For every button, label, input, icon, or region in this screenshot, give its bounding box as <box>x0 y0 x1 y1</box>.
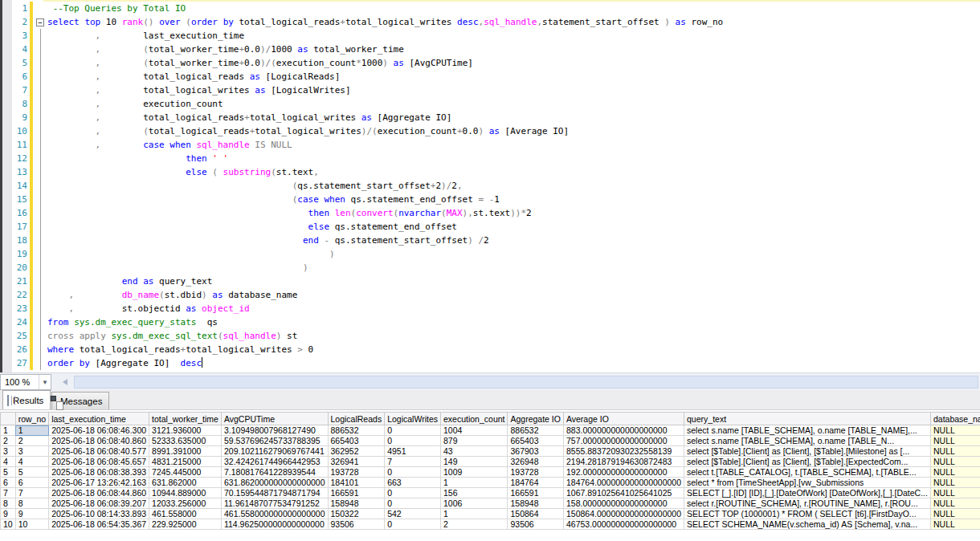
row-selector[interactable]: 5 <box>1 467 16 478</box>
grid-cell[interactable]: 166591 <box>508 488 563 498</box>
grid-cell[interactable]: 5 <box>15 467 48 478</box>
grid-cell[interactable]: 2194.281879194630872483 <box>563 457 684 467</box>
column-header-last_execution_time[interactable]: last_execution_time <box>49 413 149 425</box>
grid-cell[interactable]: NULL <box>930 478 980 488</box>
grid-cell[interactable]: 8 <box>15 498 48 509</box>
grid-cell[interactable]: 2025-06-17 13:26:42.163 <box>49 478 149 488</box>
line-number[interactable]: 15 <box>12 193 30 206</box>
code-line[interactable]: 20 ) <box>12 261 980 275</box>
code-line[interactable]: 22 , db_name(st.dbid) as database_name <box>12 288 980 302</box>
row-selector[interactable]: 10 <box>1 519 16 530</box>
column-header-Average IO[interactable]: Average IO <box>563 413 684 425</box>
line-number[interactable]: 18 <box>12 234 30 247</box>
grid-cell[interactable]: 70.159544871794871794 <box>221 488 328 498</box>
code-line[interactable]: 5 , (total_worker_time+0.0)/(execution_c… <box>12 56 980 70</box>
grid-cell[interactable]: 46753.000000000000000000 <box>563 519 684 530</box>
grid-cell[interactable]: 193728 <box>508 467 563 478</box>
grid-cell[interactable]: 326941 <box>328 457 385 467</box>
grid-cell[interactable]: 367903 <box>508 446 563 457</box>
column-header-LogicalReads[interactable]: LogicalReads <box>328 413 385 425</box>
line-number[interactable]: 8 <box>12 97 30 111</box>
row-selector[interactable]: 7 <box>1 488 16 498</box>
grid-cell[interactable]: NULL <box>930 446 980 457</box>
grid-cell[interactable]: 59.537696245733788395 <box>221 436 328 446</box>
grid-cell[interactable]: 879 <box>441 436 508 446</box>
code-line[interactable]: 6 , total_logical_reads as [LogicalReads… <box>12 70 980 83</box>
grid-cell[interactable]: 1067.891025641025641025 <box>563 488 684 498</box>
grid-cell[interactable]: NULL <box>930 498 980 509</box>
results-grid[interactable]: row_nolast_execution_timetotal_worker_ti… <box>0 410 980 541</box>
line-number[interactable]: 1 <box>12 2 30 15</box>
column-header-LogicalWrites[interactable]: LogicalWrites <box>385 413 441 425</box>
code-line[interactable]: 16 then len(convert(nvarchar(MAX),st.tex… <box>12 206 980 220</box>
grid-cell[interactable]: 1 <box>441 478 508 488</box>
grid-cell[interactable]: 3 <box>15 446 48 457</box>
column-header-Aggregate IO[interactable]: Aggregate IO <box>508 413 563 425</box>
grid-cell[interactable]: 665403 <box>328 436 385 446</box>
grid-cell[interactable]: 0 <box>385 519 441 530</box>
code-line[interactable]: 25cross apply sys.dm_exec_sql_text(sql_h… <box>12 329 980 343</box>
line-number[interactable]: 5 <box>12 56 30 70</box>
line-number[interactable]: 20 <box>12 261 30 275</box>
line-number[interactable]: 7 <box>12 83 30 97</box>
grid-cell[interactable]: 663 <box>385 478 441 488</box>
grid-cell[interactable]: 32.424261744966442953 <box>221 457 328 467</box>
grid-cell[interactable]: 2 <box>15 436 48 446</box>
column-header-total_worker_time[interactable]: total_worker_time <box>149 413 222 425</box>
grid-cell[interactable]: 542 <box>385 509 441 519</box>
grid-cell[interactable]: 0 <box>385 436 441 446</box>
code-line[interactable]: 12 then ' ' <box>12 152 980 165</box>
code-line[interactable]: 21 end as query_text <box>12 275 980 288</box>
grid-cell[interactable]: 886532 <box>328 425 385 436</box>
line-number[interactable]: 21 <box>12 275 30 288</box>
grid-cell[interactable]: 362952 <box>328 446 385 457</box>
grid-cell[interactable]: SELECT SCHEMA_NAME(v.schema_id) AS [Sche… <box>684 519 931 530</box>
line-number[interactable]: 23 <box>12 302 30 315</box>
horizontal-scrollbar-thumb[interactable] <box>74 376 978 388</box>
line-number[interactable]: 11 <box>12 138 30 152</box>
grid-cell[interactable]: 461.558000000000000000 <box>221 509 328 519</box>
grid-cell[interactable]: select s.name [TABLE_SCHEMA], o.name [TA… <box>684 425 931 436</box>
grid-cell[interactable]: 2025-06-18 06:08:40.860 <box>49 436 149 446</box>
grid-cell[interactable]: 4831.215000 <box>149 457 222 467</box>
grid-cell[interactable]: 12033.256000 <box>149 498 222 509</box>
line-number[interactable]: 13 <box>12 165 30 179</box>
code-line[interactable]: 13 else ( substring(st.text, <box>12 165 980 179</box>
grid-cell[interactable]: 2 <box>441 519 508 530</box>
select-all-corner[interactable] <box>1 413 16 425</box>
column-header-row_no[interactable]: row_no <box>15 413 48 425</box>
line-number[interactable]: 25 <box>12 329 30 343</box>
grid-cell[interactable]: select t.[TABLE_CATALOG], t.[TABLE_SCHEM… <box>684 467 931 478</box>
row-selector[interactable]: 6 <box>1 478 16 488</box>
column-header-execution_count[interactable]: execution_count <box>441 413 508 425</box>
code-line[interactable]: 9 , total_logical_reads+total_logical_wr… <box>12 111 980 124</box>
grid-cell[interactable]: 665403 <box>508 436 563 446</box>
grid-cell[interactable]: 2025-06-18 06:08:40.577 <box>49 446 149 457</box>
grid-cell[interactable]: 52333.635000 <box>149 436 222 446</box>
grid-cell[interactable]: 7 <box>15 488 48 498</box>
grid-cell[interactable]: 2025-06-10 08:14:33.893 <box>49 509 149 519</box>
grid-cell[interactable]: 43 <box>441 446 508 457</box>
code-line[interactable]: 24from sys.dm_exec_query_stats qs <box>12 315 980 329</box>
grid-cell[interactable]: 150864.000000000000000000 <box>563 509 684 519</box>
grid-cell[interactable]: 0 <box>385 467 441 478</box>
grid-cell[interactable]: 2025-06-18 06:08:38.393 <box>49 467 149 478</box>
grid-cell[interactable]: 1 <box>441 509 508 519</box>
code-line[interactable]: 4 , (total_worker_time+0.0)/1000 as tota… <box>12 43 980 56</box>
column-header-database_name[interactable]: database_name <box>930 413 980 425</box>
grid-cell[interactable]: 193728 <box>328 467 385 478</box>
grid-cell[interactable]: 1 <box>15 425 48 436</box>
line-number[interactable]: 24 <box>12 315 30 329</box>
grid-cell[interactable]: 757.000000000000000000 <box>563 436 684 446</box>
grid-cell[interactable]: 0 <box>385 488 441 498</box>
sql-editor[interactable]: 1 --Top Queries by Total IO2−select top … <box>0 0 980 372</box>
grid-cell[interactable]: 209.102116279069767441 <box>221 446 328 457</box>
grid-cell[interactable]: 149 <box>441 457 508 467</box>
grid-cell[interactable]: 2025-06-18 06:54:35.367 <box>49 519 149 530</box>
grid-cell[interactable]: 93506 <box>328 519 385 530</box>
code-line[interactable]: 10 , (total_logical_reads+total_logical_… <box>12 124 980 138</box>
grid-cell[interactable]: 184764 <box>508 478 563 488</box>
grid-cell[interactable]: 326948 <box>508 457 563 467</box>
grid-cell[interactable]: 2025-06-18 06:08:46.300 <box>49 425 149 436</box>
grid-cell[interactable]: 631.862000000000000000 <box>221 478 328 488</box>
